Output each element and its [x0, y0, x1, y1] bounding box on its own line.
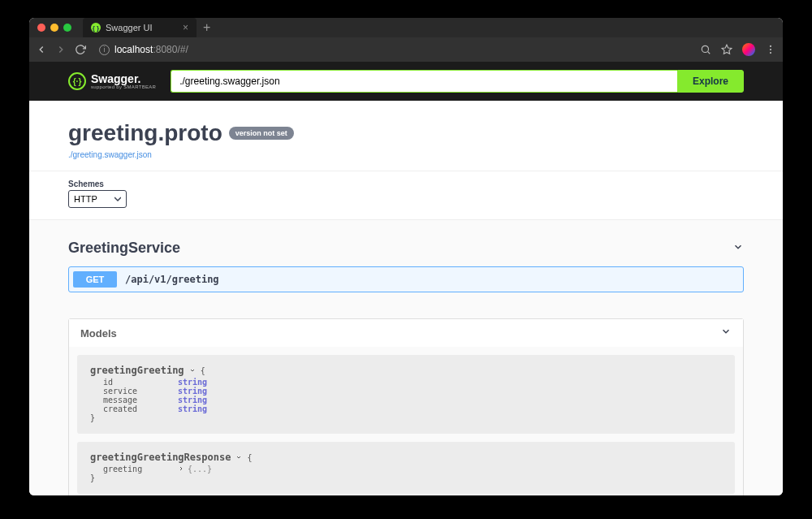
- property-row: messagestring: [103, 396, 722, 404]
- star-icon[interactable]: [721, 44, 732, 55]
- property-name: greeting: [103, 465, 178, 474]
- window-close-button[interactable]: [37, 24, 45, 32]
- model-name-toggle[interactable]: greetingGreeting: [90, 365, 196, 376]
- swagger-logo-subtext: supported by SMARTBEAR: [91, 84, 156, 89]
- swagger-logo-icon: {·}: [68, 72, 86, 90]
- svg-point-2: [770, 45, 771, 47]
- property-name: message: [103, 396, 178, 404]
- swagger-logo: {·} Swagger. supported by SMARTBEAR: [68, 72, 156, 90]
- model-name: greetingGreeting: [90, 365, 184, 376]
- property-name: created: [103, 404, 178, 413]
- models-header[interactable]: Models: [69, 319, 743, 347]
- property-type: string: [178, 378, 207, 387]
- property-row: idstring: [103, 378, 722, 387]
- window-maximize-button[interactable]: [63, 24, 71, 32]
- url-path: :8080/#/: [153, 44, 188, 55]
- property-row: createdstring: [103, 404, 722, 413]
- tag-name: GreetingService: [68, 240, 180, 257]
- version-badge: version not set: [229, 127, 294, 140]
- url-input[interactable]: i localhost:8080/#/: [94, 44, 692, 55]
- model-box: greetingGreeting { idstring servicestrin…: [77, 355, 735, 434]
- spec-link[interactable]: ./greeting.swagger.json: [68, 150, 152, 159]
- menu-icon[interactable]: [765, 44, 776, 55]
- chevron-right-icon: [178, 465, 184, 474]
- back-button[interactable]: [36, 44, 47, 55]
- tab-title: Swagger UI: [106, 23, 152, 32]
- brace-open: {: [201, 366, 205, 375]
- property-type: string: [178, 396, 207, 404]
- url-host: localhost: [114, 44, 153, 55]
- explore-form: Explore: [171, 70, 744, 93]
- operation-block[interactable]: GET /api/v1/greeting: [68, 266, 744, 292]
- schemes-select[interactable]: HTTP: [68, 190, 127, 208]
- operation-summary[interactable]: GET /api/v1/greeting: [69, 267, 743, 292]
- model-name: greetingGreetingResponse: [90, 452, 231, 463]
- swagger-logo-text: Swagger.: [91, 73, 156, 84]
- chevron-down-icon: [235, 452, 242, 463]
- brace-close: }: [90, 413, 95, 422]
- browser-tab[interactable]: { } Swagger UI ×: [83, 18, 197, 37]
- svg-point-3: [770, 49, 771, 50]
- model-body: greeting {...}: [103, 465, 722, 474]
- explore-button[interactable]: Explore: [677, 70, 744, 93]
- schemes-section: Schemes HTTP: [29, 171, 783, 220]
- tab-close-button[interactable]: ×: [183, 22, 188, 33]
- nested-model-toggle[interactable]: {...}: [178, 465, 212, 474]
- property-type: string: [178, 387, 207, 396]
- search-icon[interactable]: [700, 44, 711, 55]
- profile-avatar[interactable]: [742, 43, 755, 56]
- model-name-toggle[interactable]: greetingGreetingResponse: [90, 452, 242, 463]
- titlebar: { } Swagger UI × +: [29, 18, 783, 37]
- operation-path: /api/v1/greeting: [125, 274, 219, 285]
- property-type: string: [178, 404, 207, 413]
- chevron-down-icon: [732, 241, 744, 256]
- reload-button[interactable]: [75, 44, 86, 55]
- property-row: greeting {...}: [103, 465, 722, 474]
- swagger-topbar: {·} Swagger. supported by SMARTBEAR Expl…: [29, 62, 783, 101]
- schemes-label: Schemes: [68, 179, 744, 188]
- chevron-down-icon: [189, 365, 196, 376]
- info-section: greeting.proto version not set ./greetin…: [29, 101, 783, 171]
- property-row: servicestring: [103, 387, 722, 396]
- addressbar: i localhost:8080/#/: [29, 37, 783, 62]
- traffic-lights: [37, 24, 71, 32]
- site-info-icon[interactable]: i: [99, 45, 110, 55]
- property-name: service: [103, 387, 178, 396]
- page-content: greeting.proto version not set ./greetin…: [29, 101, 783, 495]
- model-body: idstring servicestring messagestring cre…: [103, 378, 722, 413]
- tag-section: GreetingService GET /api/v1/greeting: [29, 220, 783, 299]
- spec-url-input[interactable]: [171, 70, 677, 93]
- model-box: greetingGreetingResponse { greeting {...…: [77, 442, 735, 494]
- tag-header[interactable]: GreetingService: [68, 235, 744, 262]
- new-tab-button[interactable]: +: [203, 20, 210, 35]
- nested-placeholder: {...}: [188, 465, 212, 474]
- models-title: Models: [80, 327, 117, 340]
- models-section: Models greetingGreeting { idstring servi…: [68, 318, 744, 495]
- svg-point-4: [770, 52, 771, 54]
- window-minimize-button[interactable]: [50, 24, 58, 32]
- browser-window: { } Swagger UI × + i localhost:8080/#/: [29, 18, 783, 495]
- chevron-down-icon: [720, 326, 732, 340]
- brace-close: }: [90, 474, 95, 482]
- svg-point-0: [702, 45, 708, 52]
- brace-open: {: [247, 453, 252, 462]
- svg-marker-1: [722, 45, 732, 54]
- method-badge: GET: [73, 271, 117, 288]
- property-name: id: [103, 378, 178, 387]
- forward-button[interactable]: [55, 44, 67, 55]
- api-title: greeting.proto: [68, 120, 222, 146]
- tab-favicon-icon: { }: [91, 23, 101, 32]
